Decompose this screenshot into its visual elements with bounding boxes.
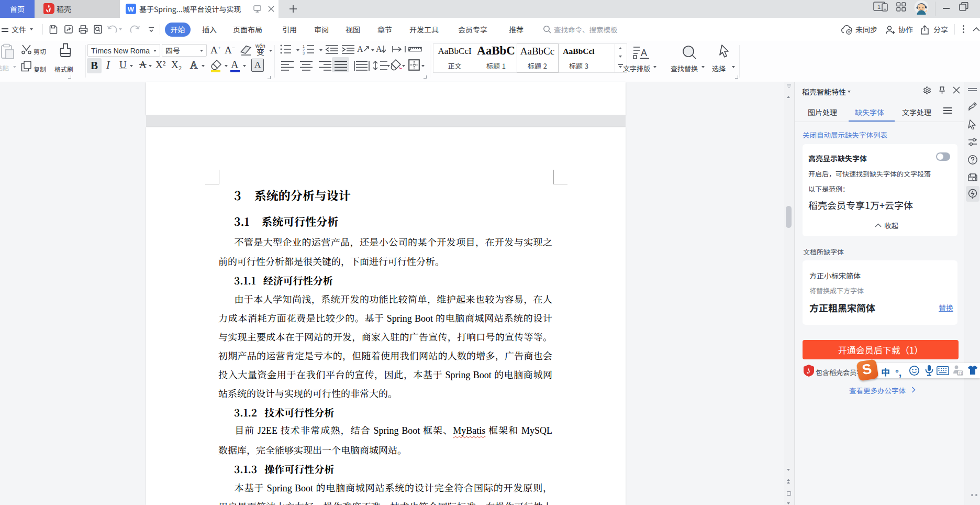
svg-text:1: 1 <box>303 45 305 48</box>
svg-text:21: 21 <box>959 371 963 375</box>
svg-text:3: 3 <box>303 51 305 54</box>
svg-text:1: 1 <box>877 4 881 10</box>
svg-text:A: A <box>376 45 382 53</box>
svg-text:A: A <box>641 48 647 58</box>
svg-text:A: A <box>357 45 363 53</box>
